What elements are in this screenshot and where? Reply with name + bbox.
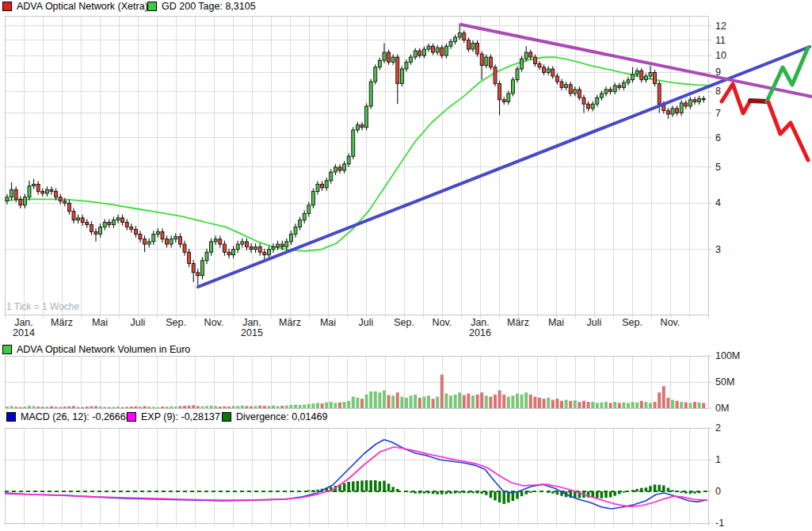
svg-text:4: 4 xyxy=(715,197,721,208)
gridlines xyxy=(5,16,708,526)
svg-text:Sep.: Sep. xyxy=(622,317,642,328)
tick-scale-note: 1 Tick = 1 Woche xyxy=(6,301,79,312)
svg-text:März: März xyxy=(279,317,301,328)
legend-volume-label: ADVA Optical Network Volumen in Euro xyxy=(17,344,190,355)
svg-text:6: 6 xyxy=(715,132,721,143)
svg-text:10: 10 xyxy=(715,50,726,61)
svg-text:Nov.: Nov. xyxy=(433,317,452,328)
divergence-swatch-icon xyxy=(222,412,231,422)
svg-text:2015: 2015 xyxy=(241,327,263,338)
volume-bars xyxy=(6,375,705,408)
gd200-line xyxy=(5,57,707,251)
svg-text:11: 11 xyxy=(715,35,726,46)
legend-divergence: Divergence: 0,01469 xyxy=(222,411,327,422)
svg-text:2016: 2016 xyxy=(469,327,491,338)
svg-text:März: März xyxy=(507,317,529,328)
svg-text:0M: 0M xyxy=(715,403,729,414)
svg-text:Nov.: Nov. xyxy=(204,317,224,328)
svg-text:Mai: Mai xyxy=(548,317,564,328)
svg-text:8: 8 xyxy=(715,86,721,97)
volume-swatch-icon xyxy=(2,345,12,354)
projection-darkred-base xyxy=(750,101,767,101)
svg-text:Jan.: Jan. xyxy=(242,317,261,328)
legend-gd200-label: GD 200 Tage: 8,3105 xyxy=(162,1,256,12)
series-swatch-icon xyxy=(2,2,12,11)
svg-text:2: 2 xyxy=(715,422,721,434)
macd-pane xyxy=(5,440,708,509)
svg-text:Jan.: Jan. xyxy=(14,317,33,328)
svg-text:Juli: Juli xyxy=(587,317,602,328)
svg-text:1: 1 xyxy=(715,454,721,465)
svg-text:5: 5 xyxy=(715,162,721,173)
legend-gd200: GD 200 Tage: 8,3105 xyxy=(147,1,256,12)
svg-text:Nov.: Nov. xyxy=(661,317,680,328)
svg-text:Juli: Juli xyxy=(359,317,374,328)
svg-text:Sep.: Sep. xyxy=(394,317,414,328)
legend-main-series-label: ADVA Optical Network (Xetra) xyxy=(17,1,148,12)
svg-text:3: 3 xyxy=(715,244,721,255)
svg-text:Sep.: Sep. xyxy=(166,317,186,328)
svg-text:-1: -1 xyxy=(715,518,724,529)
legend-divergence-label: Divergence: 0,01469 xyxy=(236,411,327,422)
legend-exp-label: EXP (9): -0,28137 xyxy=(141,411,220,422)
svg-text:2014: 2014 xyxy=(13,327,35,338)
svg-text:Juli: Juli xyxy=(131,317,146,328)
svg-text:Jan.: Jan. xyxy=(471,317,490,328)
svg-text:7: 7 xyxy=(715,108,721,119)
axis-labels: 1211109876543100M50M0M210-1Jan.2014MärzM… xyxy=(13,21,740,529)
projection-red-bear xyxy=(768,102,808,160)
legend-main-series: ADVA Optical Network (Xetra) xyxy=(2,1,148,12)
legend-macd: MACD (26, 12): -0,26668 xyxy=(6,411,132,422)
stock-chart-app: 1211109876543100M50M0M210-1Jan.2014MärzM… xyxy=(0,0,812,531)
svg-text:März: März xyxy=(51,317,73,328)
svg-text:100M: 100M xyxy=(715,350,740,361)
svg-text:Mai: Mai xyxy=(92,317,108,328)
svg-text:50M: 50M xyxy=(715,376,734,388)
svg-text:Mai: Mai xyxy=(320,317,336,328)
legend-volume: ADVA Optical Network Volumen in Euro xyxy=(2,344,190,355)
legend-exp: EXP (9): -0,28137 xyxy=(127,411,220,422)
svg-text:0: 0 xyxy=(715,486,721,497)
svg-text:12: 12 xyxy=(715,21,726,32)
gd200-swatch-icon xyxy=(147,2,157,11)
candles-layer xyxy=(6,24,705,285)
projection-red-entry xyxy=(722,84,750,113)
exp-swatch-icon xyxy=(127,412,136,422)
legend-macd-label: MACD (26, 12): -0,26668 xyxy=(21,411,132,422)
chart-canvas: 1211109876543100M50M0M210-1Jan.2014MärzM… xyxy=(0,0,812,531)
macd-line-macd xyxy=(5,440,707,509)
macd-swatch-icon xyxy=(6,412,16,422)
